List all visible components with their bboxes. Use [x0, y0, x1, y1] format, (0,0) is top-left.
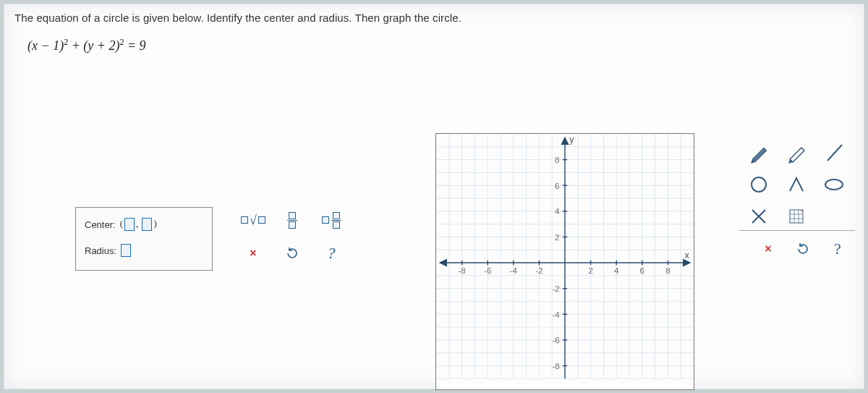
center-label: Center: [85, 219, 116, 230]
svg-text:4: 4 [614, 266, 619, 275]
mixed-number-button[interactable] [314, 206, 349, 234]
svg-text:-8: -8 [458, 266, 465, 275]
svg-point-71 [752, 177, 766, 192]
svg-text:6: 6 [555, 182, 559, 190]
center-x-input[interactable] [124, 218, 135, 231]
clear-graph-button[interactable]: × [754, 236, 783, 262]
help-input-button[interactable]: ? [314, 239, 349, 268]
x-axis-label: x [685, 250, 690, 261]
grid-target-icon[interactable]: x [780, 201, 813, 232]
line-tool-icon[interactable] [817, 138, 851, 168]
svg-text:-4: -4 [510, 266, 518, 275]
clear-input-button[interactable]: × [236, 239, 271, 268]
pencil-fill-icon[interactable] [742, 138, 775, 168]
fraction-button[interactable] [275, 206, 310, 234]
svg-point-72 [825, 179, 843, 190]
help-graph-button[interactable]: ? [823, 236, 852, 262]
worksheet: The equation of a circle is given below.… [4, 4, 864, 389]
center-row: Center: (, ) [85, 218, 203, 231]
sqrt-button[interactable]: √ [236, 206, 271, 234]
svg-text:-4: -4 [552, 310, 560, 319]
open-circle-icon[interactable] [742, 169, 775, 200]
pencil-line-icon[interactable] [780, 138, 813, 168]
tool-separator [739, 230, 855, 231]
svg-text:-6: -6 [484, 266, 491, 275]
svg-text:8: 8 [665, 266, 670, 275]
radius-input[interactable] [121, 244, 131, 257]
radius-row: Radius: [85, 244, 203, 257]
svg-text:-8: -8 [552, 362, 559, 371]
radius-label: Radius: [85, 245, 116, 256]
ellipse-tool-icon[interactable] [817, 169, 851, 200]
svg-text:2: 2 [555, 233, 559, 242]
svg-text:-6: -6 [552, 336, 559, 345]
drawing-tool-palette: x [742, 138, 851, 232]
y-axis-label: y [569, 135, 574, 145]
center-y-input[interactable] [142, 218, 152, 231]
svg-text:x: x [801, 208, 803, 213]
graph-canvas[interactable]: -8-6 -4-2 24 68 86 42 -2-4 -6-8 x y [435, 133, 694, 390]
svg-text:6: 6 [640, 266, 644, 275]
answer-panel: Center: (, ) Radius: [75, 207, 213, 271]
svg-line-70 [827, 145, 842, 161]
x-mark-icon[interactable] [742, 201, 775, 232]
angle-tool-icon[interactable] [780, 169, 813, 200]
reset-graph-button[interactable] [788, 236, 817, 262]
instruction-text: The equation of a circle is given below.… [14, 12, 854, 24]
math-tool-palette: √ × ? [236, 206, 354, 268]
graph-action-palette: × ? [754, 236, 852, 262]
reset-input-button[interactable] [275, 239, 310, 268]
svg-text:-2: -2 [552, 284, 559, 293]
svg-text:4: 4 [555, 207, 560, 216]
center-value: (, ) [120, 218, 157, 231]
svg-text:8: 8 [555, 156, 559, 164]
svg-text:2: 2 [588, 266, 592, 275]
equation: (x − 1)2 + (y + 2)2 = 9 [27, 37, 854, 54]
svg-text:-2: -2 [535, 266, 542, 275]
